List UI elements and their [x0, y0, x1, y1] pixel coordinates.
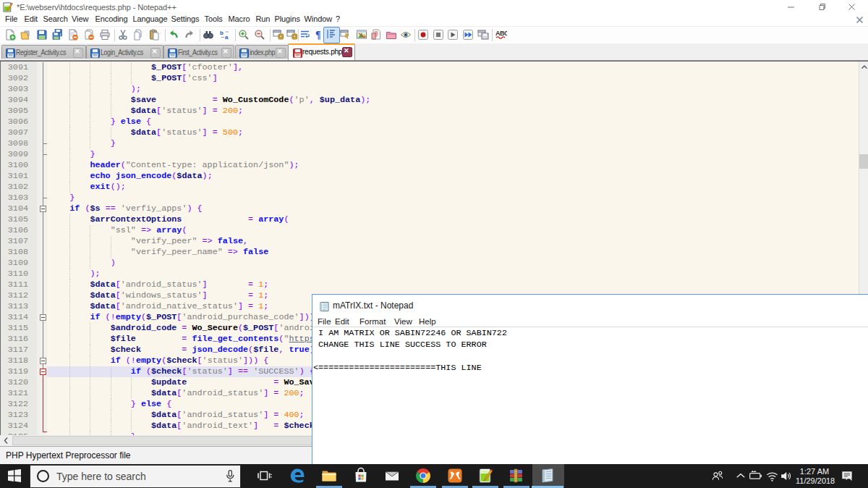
svg-text:ABC: ABC	[495, 30, 507, 37]
svg-text:a: a	[225, 34, 229, 41]
svg-text:b: b	[220, 30, 224, 36]
svg-text:¶: ¶	[315, 30, 321, 41]
